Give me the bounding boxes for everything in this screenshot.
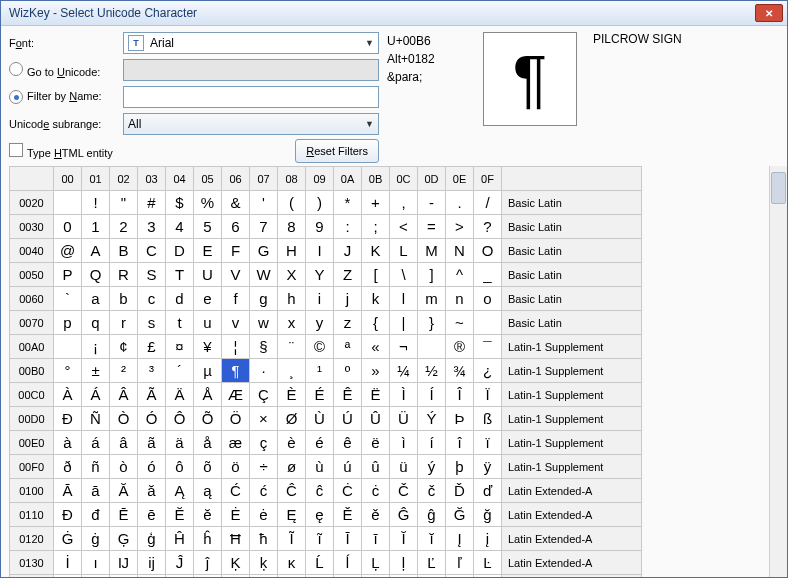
char-cell[interactable]: ć: [250, 479, 278, 503]
char-cell[interactable]: §: [250, 335, 278, 359]
char-cell[interactable]: Ĉ: [278, 479, 306, 503]
char-cell[interactable]: ¹: [306, 359, 334, 383]
char-cell[interactable]: ®: [446, 335, 474, 359]
char-cell[interactable]: ¡: [82, 335, 110, 359]
char-cell[interactable]: Ó: [138, 407, 166, 431]
char-cell[interactable]: û: [362, 455, 390, 479]
char-cell[interactable]: M: [418, 239, 446, 263]
char-cell[interactable]: (: [278, 191, 306, 215]
char-cell[interactable]: ĭ: [418, 527, 446, 551]
char-cell[interactable]: Ď: [446, 479, 474, 503]
char-cell[interactable]: 9: [306, 215, 334, 239]
char-cell[interactable]: ¼: [390, 359, 418, 383]
char-cell[interactable]: ´: [166, 359, 194, 383]
char-cell[interactable]: S: [138, 263, 166, 287]
char-cell[interactable]: Ñ: [82, 407, 110, 431]
char-cell[interactable]: ^: [446, 263, 474, 287]
char-cell[interactable]: Ė: [222, 503, 250, 527]
char-cell[interactable]: ¸: [278, 359, 306, 383]
char-cell[interactable]: A: [82, 239, 110, 263]
char-cell[interactable]: :: [334, 215, 362, 239]
char-cell[interactable]: Í: [418, 383, 446, 407]
char-cell[interactable]: Ĝ: [390, 503, 418, 527]
char-cell[interactable]: ¨: [278, 335, 306, 359]
char-cell[interactable]: _: [474, 263, 502, 287]
char-cell[interactable]: Ã: [138, 383, 166, 407]
char-cell[interactable]: Q: [82, 263, 110, 287]
char-cell[interactable]: O: [474, 239, 502, 263]
char-cell[interactable]: Ņ: [194, 575, 222, 578]
char-cell[interactable]: Ĕ: [166, 503, 194, 527]
char-cell[interactable]: ©: [306, 335, 334, 359]
char-cell[interactable]: Ħ: [222, 527, 250, 551]
char-cell[interactable]: Æ: [222, 383, 250, 407]
char-cell[interactable]: Ø: [278, 407, 306, 431]
char-cell[interactable]: ą: [194, 479, 222, 503]
char-cell[interactable]: Ú: [334, 407, 362, 431]
char-cell[interactable]: >: [446, 215, 474, 239]
char-cell[interactable]: Ç: [250, 383, 278, 407]
char-cell[interactable]: L: [390, 239, 418, 263]
char-cell[interactable]: I: [306, 239, 334, 263]
char-cell[interactable]: Ĵ: [166, 551, 194, 575]
char-cell[interactable]: ĥ: [194, 527, 222, 551]
char-cell[interactable]: Ă: [110, 479, 138, 503]
char-cell[interactable]: !: [82, 191, 110, 215]
char-cell[interactable]: Ć: [222, 479, 250, 503]
char-cell[interactable]: Ā: [54, 479, 82, 503]
char-cell[interactable]: ň: [278, 575, 306, 578]
char-cell[interactable]: ń: [166, 575, 194, 578]
char-cell[interactable]: Ð: [54, 407, 82, 431]
char-cell[interactable]: é: [306, 431, 334, 455]
char-cell[interactable]: ĩ: [306, 527, 334, 551]
char-cell[interactable]: ò: [110, 455, 138, 479]
char-cell[interactable]: Ō: [390, 575, 418, 578]
char-cell[interactable]: î: [446, 431, 474, 455]
char-cell[interactable]: 7: [250, 215, 278, 239]
char-cell[interactable]: þ: [446, 455, 474, 479]
vertical-scrollbar[interactable]: [769, 166, 787, 577]
char-cell[interactable]: ): [306, 191, 334, 215]
char-cell[interactable]: ,: [390, 191, 418, 215]
char-cell[interactable]: Ö: [222, 407, 250, 431]
char-cell[interactable]: µ: [194, 359, 222, 383]
char-cell[interactable]: ě: [362, 503, 390, 527]
char-cell[interactable]: Ł: [82, 575, 110, 578]
char-cell[interactable]: ¤: [166, 335, 194, 359]
char-cell[interactable]: k: [362, 287, 390, 311]
char-cell[interactable]: ó: [138, 455, 166, 479]
char-cell[interactable]: t: [166, 311, 194, 335]
char-cell[interactable]: $: [166, 191, 194, 215]
char-cell[interactable]: G: [250, 239, 278, 263]
char-cell[interactable]: Ľ: [418, 551, 446, 575]
char-cell[interactable]: 3: [138, 215, 166, 239]
char-cell[interactable]: Į: [446, 527, 474, 551]
char-cell[interactable]: w: [250, 311, 278, 335]
char-cell[interactable]: È: [278, 383, 306, 407]
char-cell[interactable]: D: [166, 239, 194, 263]
char-cell[interactable]: C: [138, 239, 166, 263]
char-cell[interactable]: g: [250, 287, 278, 311]
char-cell[interactable]: Õ: [194, 407, 222, 431]
char-cell[interactable]: ę: [306, 503, 334, 527]
char-cell[interactable]: *: [334, 191, 362, 215]
char-cell[interactable]: Î: [446, 383, 474, 407]
char-cell[interactable]: Ň: [250, 575, 278, 578]
char-cell[interactable]: c: [138, 287, 166, 311]
char-cell[interactable]: á: [82, 431, 110, 455]
char-cell[interactable]: ¿: [474, 359, 502, 383]
char-cell[interactable]: İ: [54, 551, 82, 575]
char-cell[interactable]: â: [110, 431, 138, 455]
char-cell[interactable]: Ŀ: [474, 551, 502, 575]
char-cell[interactable]: 5: [194, 215, 222, 239]
char-cell[interactable]: `: [54, 287, 82, 311]
close-button[interactable]: ✕: [755, 4, 783, 22]
char-cell[interactable]: d: [166, 287, 194, 311]
char-cell[interactable]: ±: [82, 359, 110, 383]
char-cell[interactable]: ŉ: [306, 575, 334, 578]
char-cell[interactable]: ã: [138, 431, 166, 455]
char-cell[interactable]: m: [418, 287, 446, 311]
char-cell[interactable]: ç: [250, 431, 278, 455]
char-cell[interactable]: ë: [362, 431, 390, 455]
char-cell[interactable]: Z: [334, 263, 362, 287]
